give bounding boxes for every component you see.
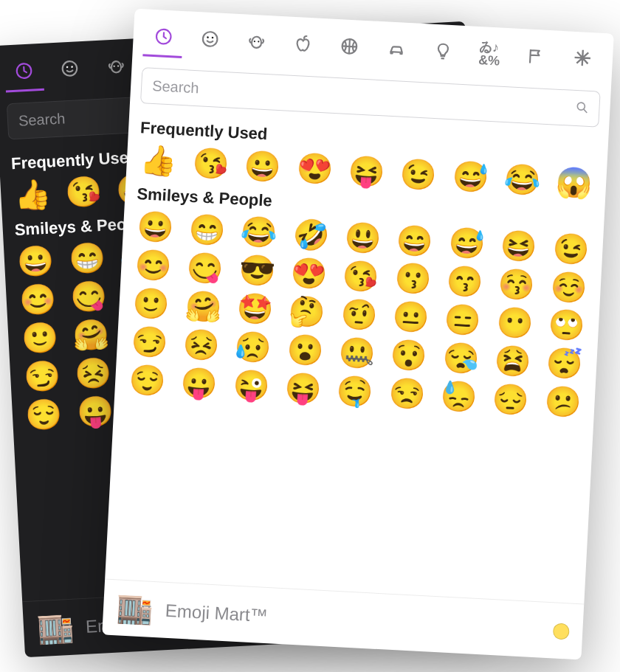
emoji-cell[interactable]: 😑 [441, 304, 485, 336]
emoji-cell[interactable]: 🤣 [289, 219, 333, 251]
emoji-cell[interactable]: 😀 [14, 245, 58, 277]
emoji-cell[interactable]: 😂 [500, 164, 544, 195]
emoji-cell[interactable]: 😶 [492, 307, 537, 339]
emoji-cell[interactable]: 😛 [73, 395, 117, 427]
tab-custom[interactable]: ✳︎ [562, 43, 603, 81]
tab-recent[interactable] [142, 21, 184, 58]
emoji-picker-light: ゐ♪&% ✳︎ Frequently Used 👍😘😀😍😝😉😅😂😱 Smiley… [102, 9, 614, 660]
emoji-cell[interactable]: 😫 [491, 345, 535, 377]
tab-objects[interactable] [422, 36, 464, 73]
emoji-cell[interactable]: 😍 [292, 153, 337, 184]
emoji-cell[interactable]: 😉 [548, 232, 593, 264]
emoji-cell[interactable]: 😊 [16, 283, 60, 315]
emoji-cell[interactable]: 😁 [65, 243, 108, 274]
emoji-cell[interactable]: 😜 [229, 370, 273, 401]
emoji-cell[interactable]: 😀 [133, 211, 177, 243]
preview-emoji: 🏬 [36, 610, 75, 647]
emoji-cell[interactable]: 😏 [20, 360, 63, 392]
emoji-cell[interactable]: 😥 [231, 331, 275, 363]
emoji-cell[interactable]: 😉 [396, 158, 441, 190]
emoji-cell[interactable]: 😗 [390, 263, 435, 294]
emoji-cell[interactable]: 🤨 [337, 299, 381, 330]
emoji-cell[interactable]: 😣 [179, 328, 223, 360]
emoji-cell[interactable]: ☺️ [546, 271, 590, 302]
emoji-cell[interactable]: 🤩 [232, 293, 277, 325]
tab-animals[interactable] [96, 51, 137, 88]
emoji-cell[interactable]: 🤗 [181, 290, 225, 322]
emoji-cell[interactable]: 😂 [237, 216, 281, 248]
emoji-cell[interactable]: 😝 [280, 373, 325, 404]
emoji-cell[interactable]: 😙 [443, 266, 487, 297]
emoji-cell[interactable]: 😏 [127, 326, 171, 358]
emoji-cell[interactable]: 😆 [497, 230, 541, 262]
emoji-cell[interactable]: 😅 [444, 227, 489, 259]
emoji-cell[interactable]: 😀 [241, 150, 285, 181]
emoji-cell[interactable]: 🙂 [129, 288, 173, 319]
emoji-cell[interactable]: 👍 [10, 179, 54, 210]
emoji-cell[interactable]: 🤗 [69, 319, 113, 350]
tab-smileys[interactable] [189, 24, 230, 61]
emoji-cell[interactable]: 😝 [344, 156, 388, 187]
emoji-cell[interactable]: 😋 [67, 281, 111, 313]
emoji-cell[interactable]: 😎 [235, 254, 279, 286]
preview-label: Emoji Mart™ [165, 600, 542, 640]
emoji-cell[interactable]: 😴 [542, 347, 587, 379]
emoji-cell[interactable]: 😔 [489, 383, 533, 415]
emoji-cell[interactable]: 😍 [287, 257, 331, 289]
asterisk-icon: ✳︎ [574, 48, 591, 69]
emoji-cell[interactable]: 😱 [552, 167, 596, 198]
emoji-cell[interactable]: 😯 [387, 339, 431, 371]
emoji-cell[interactable]: 😃 [341, 222, 385, 254]
emoji-cell[interactable]: 😌 [22, 398, 66, 430]
tab-animals[interactable] [236, 27, 278, 63]
emoji-cell[interactable]: 😛 [177, 367, 221, 398]
tab-smileys[interactable] [50, 54, 91, 91]
emoji-cell[interactable]: 🤔 [285, 296, 329, 328]
emoji-cell[interactable]: 😊 [131, 249, 176, 281]
tab-recent[interactable] [4, 56, 45, 93]
emoji-cell[interactable]: 😣 [71, 357, 114, 389]
emoji-cell[interactable]: 😌 [125, 364, 169, 396]
tab-symbols[interactable]: ゐ♪&% [469, 35, 510, 79]
emoji-scroll-area[interactable]: Frequently Used 👍😘😀😍😝😉😅😂😱 Smileys & Peop… [105, 107, 609, 603]
emoji-cell[interactable]: 😘 [188, 148, 232, 179]
emoji-cell[interactable]: 🙄 [545, 309, 589, 341]
emoji-cell[interactable]: 🙂 [18, 322, 61, 353]
smileys-grid: 😀😁😂🤣😃😄😅😆😉😊😋😎😍😘😗😙😚☺️🙂🤗🤩🤔🤨😐😑😶🙄😏😣😥😮🤐😯😪😫😴😌😛😜… [125, 211, 593, 418]
emoji-cell[interactable]: 😘 [339, 260, 383, 292]
emoji-cell[interactable]: 😋 [183, 252, 227, 284]
emoji-cell[interactable]: 😒 [385, 378, 429, 409]
tab-travel[interactable] [376, 34, 417, 71]
emoji-cell[interactable]: 😅 [448, 161, 492, 193]
emoji-cell[interactable]: 🤐 [334, 336, 379, 368]
emoji-cell[interactable]: 😄 [393, 224, 437, 256]
tab-activity[interactable] [329, 32, 371, 69]
emoji-cell[interactable]: 🤤 [333, 375, 377, 406]
search-icon [574, 99, 590, 117]
emoji-cell[interactable]: 😚 [495, 269, 539, 300]
emoji-cell[interactable]: 😮 [283, 334, 327, 366]
emoji-cell[interactable]: 😪 [438, 342, 483, 374]
preview-emoji: 🏬 [116, 590, 154, 627]
tab-food[interactable] [283, 29, 324, 66]
skin-tone-selector[interactable] [553, 623, 570, 640]
emoji-cell[interactable]: 😓 [436, 381, 480, 412]
emoji-cell[interactable]: 😐 [389, 301, 433, 333]
emoji-cell[interactable]: 😕 [540, 386, 585, 418]
emoji-cell[interactable]: 👍 [137, 145, 181, 176]
symbols-icon: ゐ♪&% [478, 40, 501, 67]
emoji-cell[interactable]: 😁 [185, 214, 230, 246]
emoji-cell[interactable]: 😘 [62, 176, 106, 208]
tab-flags[interactable] [515, 41, 557, 78]
